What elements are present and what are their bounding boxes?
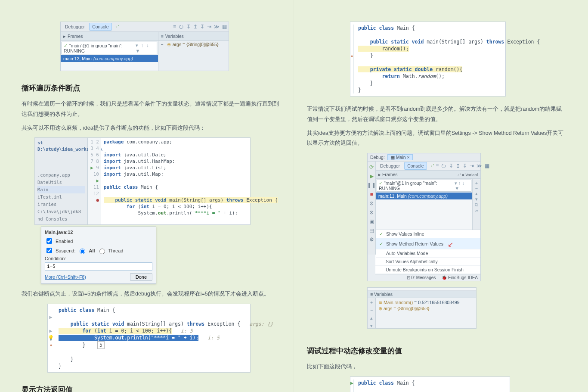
run-icon: →' [114,24,119,29]
settings-menu: ✓Show Values Inline ✓Show Method Return … [375,230,480,274]
step-over-icon[interactable]: ⭮ [179,24,184,30]
status-messages[interactable]: ⊡ 0: Messages [407,275,436,280]
heading-modify-var: 调试过程中动态修改变量的值 [307,346,566,356]
variables-header: ≡ Variables [368,291,476,298]
bp-condition-input[interactable] [45,262,152,271]
editor-with-tree: st D:\study\idea_workspace\ .company.app… [34,137,251,225]
calc-icon[interactable]: ▦ [222,24,227,30]
layout-icon[interactable]: ▤ [369,227,374,233]
debug-window: Debug: ▦ Main × ⟳ ▶ ❚❚ ■ ⊘ ⊗ ▣ ▤ ⚙ Debug… [367,153,481,281]
tab-debugger[interactable]: Debugger [62,23,87,30]
cursor-icon[interactable]: ⇥ [470,163,474,169]
list-icon[interactable]: ≡ [173,24,176,30]
tree-item[interactable]: iraries [37,201,85,208]
debugger-panel-top: Debugger Console →' ≡ ⭮ ↧ ↥ ↧ ⇥ ≫ ▦ ▸ Fr… [60,22,229,71]
bp-title: Main.java:12 [45,230,152,235]
step-out-icon[interactable]: ↥ [193,24,198,30]
line-gutter: 1 2 3 4 5 6 7 8 ▶ 9 10 ▶ 11 12 ● [88,138,101,224]
run-to-cursor-icon[interactable]: ⇥ [207,24,211,30]
variable-row[interactable]: ≋ Main.random() = 0.521165516803499 [378,299,473,305]
para: 其实可以不用这么麻烦，idea提供了条件断点的功能，比如下面这段代码： [22,123,281,134]
bp-enabled[interactable]: Enabled [45,237,152,245]
code-area: package com.company.app; import java.uti… [101,138,280,224]
heading-show-return: 显示方法返回值 [22,385,281,392]
menu-item[interactable]: Sort Values Alphabetically [375,258,480,266]
menu-item[interactable]: Unmute Breakpoints on Session Finish [375,266,480,274]
tree-item[interactable]: iTest.iml [37,193,85,201]
variable-row[interactable]: + ⊕ args = {String[0]@655} [158,41,229,48]
view-bp-icon[interactable]: ⊘ [369,200,374,206]
camera-icon[interactable]: ▣ [369,218,374,224]
para: 正常情况下我们调试的时候，是看不到random到底是多少的。解决方法有一个，就是… [307,104,566,125]
bp-suspend[interactable]: Suspend: All Thread [45,246,152,255]
step-out-icon[interactable]: ↥ [456,163,460,169]
status-findbugs[interactable]: 🐞 FindBugs-IDEA [442,275,478,280]
restart-icon[interactable]: ⟳ [369,164,374,170]
thread-selector[interactable]: ✓"main"@1 in group "main": RUNNING ▾ ↑ ↓… [62,42,157,54]
heading-loop-breakpoint: 循环遍历条件断点 [22,83,281,93]
tab-debugger[interactable]: Debugger [378,162,402,169]
frame-row[interactable]: main:12, Main (com.company.app) [61,55,158,62]
frame-row[interactable]: main:11, Main (com.company.app) [376,193,472,199]
tree-item[interactable]: nd Consoles [37,215,85,223]
calc-icon[interactable]: ▦ [485,163,489,169]
tree-item[interactable]: .company.app [37,171,85,179]
para: 其实idea支持更方便的方法解决上面的问题。调试窗口里的Settings -> … [307,128,566,149]
bp-condition-label: Condition: [45,256,152,261]
plus-icon[interactable]: + [370,300,373,305]
force-step-icon[interactable]: ↧ [463,163,467,169]
eval-icon[interactable]: ≫ [477,163,482,169]
para: 有时候在遍历一个循环的时候，我们只是想看某个条件下的变量状态。通常情况下都是一遍… [22,99,281,120]
tree-item[interactable]: C:\Java\jdk\jdk8 [37,208,85,215]
settings-icon[interactable]: ⚙ [369,236,374,243]
breakpoint-dialog: Main.java:12 Enabled Suspend: All Thread… [41,227,156,284]
evaluate-icon[interactable]: ≫ [214,24,220,30]
pause-icon[interactable]: ❚❚ [367,182,376,188]
para: 比如下面这段代码， [307,362,566,372]
tab-console[interactable]: Console [89,23,112,31]
bp-done-button[interactable]: Done [130,273,152,281]
variables-header: Variables [158,32,229,41]
project-path: st D:\study\idea_workspace\ [37,140,85,152]
tree-item[interactable]: Main [37,186,85,193]
menu-item[interactable]: Auto-Variables Mode [376,249,480,258]
variables-panel: ≡ Variables + − ▴ ▾ ≋ Main.random() = 0.… [367,287,477,329]
bp-more-link[interactable]: More (Ctrl+Shift+F8) [45,274,86,280]
para: 我们右键断点为止，设置i=5的条件断点，然后debug执行。会发现程序在i=5的… [22,289,281,299]
code-branches: ▶ ▶ ● public class Main { public static … [350,376,510,392]
frames-header: ▸ Frames [61,32,158,41]
stop-icon[interactable]: ■ [370,191,373,197]
mute-bp-icon[interactable]: ⊗ [369,209,374,215]
code-exec-block: ▶ ▶ 💡 ⬥ public class Main { public stati… [47,304,251,373]
arrow-annotation: ↙ [448,240,453,249]
minus-icon[interactable]: − [370,308,373,313]
tab-console[interactable]: Console [404,162,427,170]
force-step-icon[interactable]: ↧ [200,24,204,30]
debug-config[interactable]: ▦ Main × [387,154,413,160]
debug-label: Debug: [370,155,385,160]
thread-selector[interactable]: ✓ "main"@1 in group "main": RUNNING ▾ ↑ … [377,180,471,192]
step-over-icon[interactable]: ⭮ [441,163,446,169]
down-icon[interactable]: ▾ [370,323,373,328]
menu-item-return-values[interactable]: ✓Show Method Return Values↙ [376,238,480,249]
code-random: ⬥ public class Main { public static void… [350,22,506,96]
resume-icon[interactable]: ▶ [370,173,374,179]
tree-item[interactable]: DateUtils [37,179,85,186]
menu-item[interactable]: ✓Show Values Inline [376,230,480,238]
list-icon[interactable]: ≡ [436,163,439,169]
up-icon[interactable]: ▴ [370,315,373,320]
debug-sidebar: ⟳ ▶ ❚❚ ■ ⊘ ⊗ ▣ ▤ ⚙ [368,162,376,255]
step-into-icon[interactable]: ↧ [449,163,453,169]
step-into-icon[interactable]: ↧ [186,24,191,30]
variable-row[interactable]: ⊕ args = {String[0]@658} [378,305,473,311]
